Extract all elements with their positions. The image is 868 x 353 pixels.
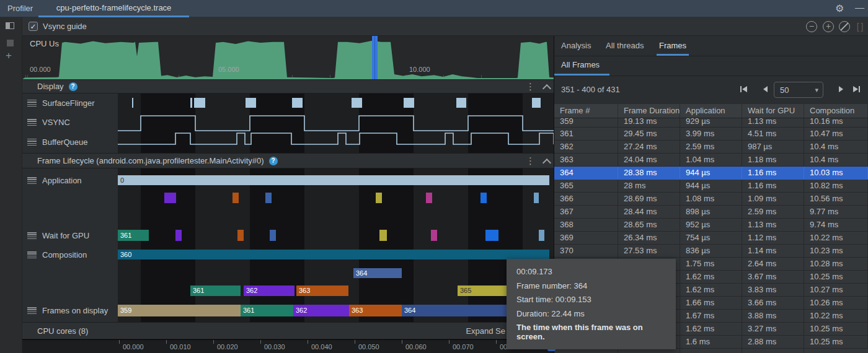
drag-handle-icon[interactable] [27, 307, 37, 314]
frame-bar[interactable]: 0 [118, 175, 549, 185]
minimize-icon[interactable]: ― [855, 2, 864, 12]
frame-bar[interactable]: 361 [241, 305, 293, 316]
frame-bar[interactable]: 364 [353, 268, 402, 278]
surfaceflinger-event-block[interactable] [194, 98, 205, 108]
drag-handle-icon[interactable] [27, 119, 37, 126]
table-row[interactable]: 36828.65 ms952 µs1.13 ms9.74 ms [554, 219, 868, 232]
previous-page-icon[interactable] [761, 84, 771, 94]
frame-bar[interactable]: 362 [244, 285, 294, 296]
frame-bar[interactable] [270, 230, 276, 241]
table-row[interactable]: 37027.53 ms836 µs1.14 ms10.23 ms [554, 245, 868, 258]
next-page-icon[interactable] [836, 84, 846, 94]
frame-bar[interactable] [379, 230, 387, 241]
table-row[interactable]: 36728.44 ms898 µs2.59 ms9.77 ms [554, 206, 868, 219]
frame-bar[interactable]: 363 [296, 285, 348, 296]
frame-bar[interactable] [265, 193, 272, 203]
subtab-all-frames[interactable]: All Frames [561, 60, 600, 69]
first-page-icon[interactable] [739, 84, 749, 94]
drag-handle-icon[interactable] [27, 232, 37, 239]
table-row[interactable]: 36324.04 ms1.04 ms1.18 ms10.4 ms [554, 154, 868, 167]
frame-bar[interactable] [431, 230, 437, 241]
frame-bar[interactable]: 359 [118, 305, 241, 316]
frame-lifecycle-section-header[interactable]: Frame Lifecycle (android.com.java.profil… [22, 153, 554, 168]
gear-icon[interactable]: ⚙ [835, 2, 844, 14]
surfaceflinger-event-block[interactable] [132, 98, 133, 108]
column-header[interactable]: Frame Duration [618, 104, 680, 118]
frame-bar[interactable] [426, 193, 432, 203]
frame-bar[interactable]: 365 [458, 285, 507, 296]
more-options-icon[interactable]: ⋮ [526, 155, 535, 167]
drag-handle-icon[interactable] [27, 139, 37, 146]
cpu-usage-track[interactable]: CPU Us 00.00005.00010.000 [22, 36, 554, 79]
column-header[interactable]: Frame # [554, 104, 618, 118]
column-header[interactable]: Application [680, 104, 742, 118]
surfaceflinger-event-block[interactable] [246, 98, 256, 108]
frame-bar[interactable] [237, 230, 244, 241]
tab-analysis[interactable]: Analysis [561, 41, 591, 50]
table-row[interactable]: 36227.24 ms2.59 ms987 µs10.4 ms [554, 141, 868, 154]
collapse-chevron-icon[interactable] [542, 158, 551, 167]
drag-handle-icon[interactable] [27, 251, 37, 258]
stop-square-icon[interactable] [7, 40, 14, 46]
frame-bar[interactable] [232, 193, 239, 203]
more-options-icon[interactable]: ⋮ [526, 81, 535, 92]
frame-bar[interactable]: 363 [349, 305, 402, 316]
add-icon[interactable]: + [6, 50, 12, 62]
zoom-out-icon[interactable]: − [806, 21, 817, 32]
frame-bar[interactable] [480, 193, 487, 203]
ruler-label: 00.030 [264, 343, 285, 351]
frame-lifecycle-canvas[interactable]: 0361360364361362363365359361362363364 [118, 168, 554, 322]
trace-tab-label: cpu-perfetto-framelifecycle.trace [56, 3, 172, 12]
table-cell: 1.09 ms [742, 193, 804, 205]
frame-lifecycle-tracks: Application Wait for GPU Composition Fra… [22, 168, 554, 322]
frame-bar[interactable] [175, 230, 182, 241]
surfaceflinger-event-block[interactable] [532, 98, 541, 108]
timeline-selection-marker[interactable] [372, 36, 378, 79]
table-row[interactable]: 36129.45 ms3.99 ms4.51 ms10.47 ms [554, 128, 868, 141]
last-page-icon[interactable] [851, 84, 861, 94]
display-section-header[interactable]: Display ? ⋮ [22, 79, 554, 94]
surfaceflinger-event-block[interactable] [190, 98, 192, 108]
surfaceflinger-event-block[interactable] [404, 98, 414, 108]
layout-panel-icon[interactable] [6, 22, 14, 29]
collapse-chevron-icon[interactable] [542, 84, 551, 92]
vsync-guide-checkbox[interactable]: ✓ [29, 22, 38, 31]
frame-bar[interactable]: 361 [118, 230, 149, 241]
ruler-tick [260, 340, 261, 344]
table-row[interactable]: 36428.38 ms944 µs1.16 ms10.03 ms [554, 167, 868, 180]
frame-bar[interactable] [539, 230, 544, 241]
frame-bar[interactable]: 360 [118, 250, 549, 259]
help-icon[interactable]: ? [69, 82, 78, 91]
column-header[interactable]: Wait for GPU [742, 104, 804, 118]
table-row[interactable]: 36528 ms944 µs1.16 ms10.82 ms [554, 180, 868, 193]
display-canvas[interactable] [118, 94, 554, 153]
help-icon[interactable]: ? [269, 157, 278, 165]
frame-bar[interactable]: 362 [293, 305, 349, 316]
frame-bar[interactable] [485, 230, 498, 241]
frame-bar[interactable]: 361 [190, 285, 241, 296]
frame-bar[interactable] [534, 193, 539, 203]
reset-zoom-icon[interactable] [839, 21, 850, 32]
table-row[interactable]: 35919.13 ms929 µs1.13 ms10.16 ms [554, 118, 868, 128]
frame-bar[interactable] [164, 193, 176, 203]
page-size-select[interactable]: 50 ▾ [774, 82, 823, 98]
table-row[interactable]: 36926.34 ms754 µs1.12 ms10.22 ms [554, 232, 868, 245]
drag-handle-icon[interactable] [27, 177, 37, 184]
tab-all-threads[interactable]: All threads [606, 41, 644, 50]
surfaceflinger-event-block[interactable] [292, 98, 303, 108]
tab-frames[interactable]: Frames [659, 41, 686, 50]
frame-bar[interactable] [376, 193, 382, 203]
surfaceflinger-event-block[interactable] [352, 98, 362, 108]
surfaceflinger-event-block[interactable] [456, 98, 466, 108]
zoom-to-selection-icon[interactable]: [ ] [855, 21, 865, 32]
left-rail: + [0, 17, 22, 353]
zoom-in-icon[interactable]: + [823, 21, 834, 32]
expand-section-link[interactable]: Expand Se [466, 326, 505, 336]
cpu-cores-section-header[interactable]: CPU cores (8) Expand Se [22, 322, 554, 339]
table-cell: 1.13 ms [742, 219, 804, 231]
table-row[interactable]: 36628.69 ms1.08 ms1.09 ms10.56 ms [554, 193, 868, 206]
column-header[interactable]: Composition [804, 104, 868, 118]
drag-handle-icon[interactable] [27, 100, 37, 107]
frames-table-header[interactable]: Frame # Frame Duration Application Wait … [554, 104, 868, 118]
trace-tab[interactable]: cpu-perfetto-framelifecycle.trace [38, 0, 189, 17]
